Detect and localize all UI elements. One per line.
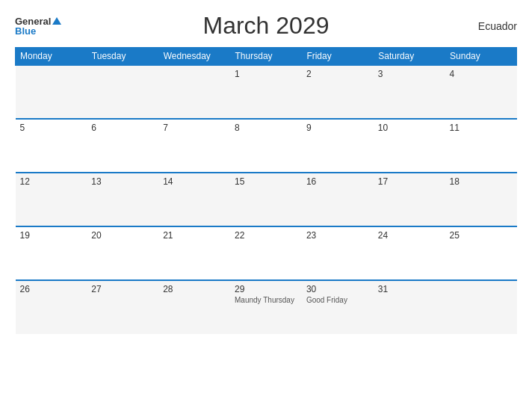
calendar-cell: 17 (374, 173, 445, 226)
calendar-cell: 18 (445, 173, 517, 226)
calendar-cell: 13 (87, 173, 158, 226)
calendar-cell: 30Good Friday (302, 280, 374, 334)
header-wednesday: Wednesday (158, 48, 230, 66)
day-number: 22 (235, 230, 297, 241)
day-number: 10 (378, 123, 441, 133)
calendar-cell: 24 (374, 226, 445, 280)
calendar-table: Monday Tuesday Wednesday Thursday Friday… (15, 47, 517, 334)
calendar-week-row: 12131415161718 (16, 173, 517, 226)
day-number: 27 (91, 284, 154, 294)
calendar-cell: 20 (87, 226, 158, 280)
logo-triangle-icon (52, 17, 61, 25)
day-number: 19 (20, 230, 83, 241)
calendar-cell: 25 (445, 226, 517, 280)
day-number: 13 (91, 176, 154, 187)
day-number: 12 (20, 176, 83, 187)
calendar-cell: 4 (445, 65, 517, 119)
header: General Blue March 2029 Ecuador (15, 12, 517, 40)
day-number: 4 (450, 69, 513, 79)
calendar-header: Monday Tuesday Wednesday Thursday Friday… (16, 48, 517, 66)
calendar-week-row: 26272829Maundy Thursday30Good Friday31 (16, 280, 517, 334)
calendar-cell (445, 280, 517, 334)
day-number: 15 (235, 176, 297, 187)
day-number: 26 (20, 284, 83, 294)
header-saturday: Saturday (374, 48, 445, 66)
calendar-cell: 6 (87, 119, 158, 173)
day-number: 18 (450, 176, 513, 187)
day-number: 14 (163, 176, 226, 187)
day-number: 31 (378, 284, 441, 294)
day-number: 2 (306, 69, 369, 79)
calendar-cell: 31 (374, 280, 445, 334)
day-number: 6 (91, 123, 154, 133)
header-thursday: Thursday (230, 48, 302, 66)
calendar-cell: 26 (16, 280, 87, 334)
calendar-cell: 1 (230, 65, 302, 119)
page-title: March 2029 (203, 12, 330, 40)
calendar-week-row: 567891011 (16, 119, 517, 173)
calendar-cell: 16 (302, 173, 374, 226)
calendar-cell: 29Maundy Thursday (230, 280, 302, 334)
day-number: 16 (306, 176, 369, 187)
day-number: 24 (378, 230, 441, 241)
header-sunday: Sunday (445, 48, 517, 66)
calendar-cell: 23 (302, 226, 374, 280)
calendar-cell: 12 (16, 173, 87, 226)
calendar-week-row: 19202122232425 (16, 226, 517, 280)
day-number: 21 (163, 230, 226, 241)
calendar-week-row: 1234 (16, 65, 517, 119)
day-number: 25 (450, 230, 513, 241)
calendar-cell: 10 (374, 119, 445, 173)
day-number: 28 (163, 284, 226, 294)
holiday-label: Maundy Thursday (235, 296, 297, 304)
day-number: 9 (306, 123, 369, 133)
calendar-body: 1234567891011121314151617181920212223242… (16, 65, 517, 334)
logo-blue: Blue (15, 26, 61, 36)
header-monday: Monday (16, 48, 87, 66)
logo: General Blue (15, 16, 61, 36)
calendar-cell: 9 (302, 119, 374, 173)
calendar-cell: 22 (230, 226, 302, 280)
holiday-label: Good Friday (306, 296, 369, 304)
day-number: 5 (20, 123, 83, 133)
day-number: 29 (235, 284, 297, 294)
country-label: Ecuador (478, 20, 517, 32)
calendar-cell: 14 (158, 173, 230, 226)
day-number: 17 (378, 176, 441, 187)
day-number: 20 (91, 230, 154, 241)
calendar-cell: 27 (87, 280, 158, 334)
calendar-cell (158, 65, 230, 119)
weekday-header-row: Monday Tuesday Wednesday Thursday Friday… (16, 48, 517, 66)
calendar-cell: 3 (374, 65, 445, 119)
header-tuesday: Tuesday (87, 48, 158, 66)
calendar-cell: 8 (230, 119, 302, 173)
day-number: 11 (450, 123, 513, 133)
calendar-cell: 5 (16, 119, 87, 173)
day-number: 1 (235, 69, 297, 79)
calendar-cell: 15 (230, 173, 302, 226)
calendar-cell: 11 (445, 119, 517, 173)
day-number: 30 (306, 284, 369, 294)
day-number: 3 (378, 69, 441, 79)
calendar-page: General Blue March 2029 Ecuador Monday T… (0, 0, 532, 411)
calendar-cell (87, 65, 158, 119)
calendar-cell: 7 (158, 119, 230, 173)
day-number: 23 (306, 230, 369, 241)
calendar-cell: 2 (302, 65, 374, 119)
calendar-cell (16, 65, 87, 119)
day-number: 8 (235, 123, 297, 133)
calendar-cell: 21 (158, 226, 230, 280)
calendar-cell: 28 (158, 280, 230, 334)
calendar-cell: 19 (16, 226, 87, 280)
day-number: 7 (163, 123, 226, 133)
header-friday: Friday (302, 48, 374, 66)
